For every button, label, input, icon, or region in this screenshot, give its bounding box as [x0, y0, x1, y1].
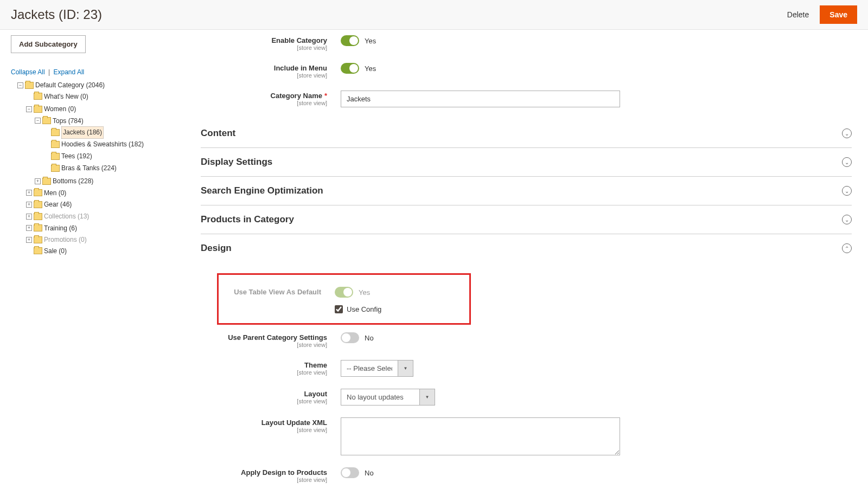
accordion-design: Design ⌃ Use Table View As Default Yes — [201, 234, 852, 500]
dropdown-arrow-icon[interactable] — [398, 360, 413, 377]
folder-icon — [34, 213, 42, 220]
folder-icon — [51, 141, 60, 148]
accordion-display-settings: Display Settings ⌄ — [201, 148, 852, 177]
tree-toggle-icon[interactable]: + — [26, 190, 32, 196]
tree-toggle-icon[interactable]: + — [26, 225, 32, 231]
use-table-view-toggle — [335, 287, 353, 298]
section-title: Content — [201, 128, 235, 139]
add-subcategory-button[interactable]: Add Subcategory — [11, 35, 86, 53]
tree-node-tees[interactable]: Tees (192) — [61, 151, 92, 162]
separator: | — [48, 68, 50, 76]
tree-node-collections[interactable]: Collections (13) — [44, 211, 89, 222]
folder-icon — [25, 82, 34, 89]
accordion-head-display-settings[interactable]: Display Settings ⌄ — [201, 148, 852, 176]
include-in-menu-value: Yes — [365, 65, 376, 73]
include-in-menu-toggle[interactable] — [341, 63, 359, 74]
sidebar: Add Subcategory Collapse All | Expand Al… — [11, 35, 195, 500]
apply-design-label: Apply Design to Products — [201, 468, 327, 477]
folder-icon — [34, 236, 42, 243]
tree-toggle-icon[interactable]: + — [26, 202, 32, 208]
tree-node-men[interactable]: Men (0) — [44, 188, 66, 198]
layout-xml-textarea[interactable] — [341, 417, 620, 455]
accordion-head-seo[interactable]: Search Engine Optimization ⌄ — [201, 177, 852, 205]
category-tree: − Default Category (2046) What's New (0)… — [11, 79, 195, 258]
use-config-checkbox-wrap[interactable]: Use Config — [335, 305, 381, 313]
accordion-head-design[interactable]: Design ⌃ — [201, 234, 852, 262]
dropdown-arrow-icon[interactable] — [420, 389, 435, 406]
folder-icon — [51, 129, 60, 136]
tree-node-tops[interactable]: Tops (784) — [53, 115, 84, 126]
layout-select[interactable]: No layout updates — [341, 389, 420, 406]
tree-node-jackets[interactable]: Jackets (186) — [61, 126, 104, 138]
category-name-input[interactable] — [341, 91, 620, 107]
expand-all-link[interactable]: Expand All — [54, 68, 85, 76]
theme-label: Theme — [201, 361, 327, 369]
accordion-content: Content ⌄ — [201, 119, 852, 148]
folder-icon — [34, 106, 42, 113]
section-title: Search Engine Optimization — [201, 185, 323, 196]
tree-node-gear[interactable]: Gear (46) — [44, 199, 72, 210]
tree-toggle-icon[interactable]: + — [26, 214, 32, 220]
tree-controls: Collapse All | Expand All — [11, 68, 195, 76]
accordion-head-content[interactable]: Content ⌄ — [201, 119, 852, 147]
category-name-label: Category Name* — [201, 92, 327, 100]
use-config-label: Use Config — [347, 305, 381, 313]
delete-link[interactable]: Delete — [787, 10, 809, 19]
tree-node-hoodies[interactable]: Hoodies & Sweatshirts (182) — [61, 139, 144, 150]
section-title: Products in Category — [201, 214, 294, 225]
scope-label: [store view] — [201, 477, 327, 483]
folder-icon — [51, 165, 60, 172]
tree-toggle-icon[interactable]: − — [26, 106, 32, 112]
scope-label: [store view] — [201, 398, 327, 404]
accordion-head-products[interactable]: Products in Category ⌄ — [201, 205, 852, 234]
chevron-down-icon: ⌄ — [842, 186, 852, 196]
tree-node-whats-new[interactable]: What's New (0) — [44, 91, 88, 102]
tree-node-bras[interactable]: Bras & Tanks (224) — [61, 163, 117, 173]
use-table-view-value: Yes — [359, 288, 370, 297]
folder-icon — [42, 178, 51, 185]
folder-icon — [42, 117, 51, 124]
folder-icon — [34, 247, 42, 254]
tree-node-default-category[interactable]: Default Category (2046) — [35, 80, 105, 91]
accordion-body-design: Use Table View As Default Yes Use Co — [201, 262, 852, 500]
folder-icon — [34, 189, 42, 196]
scope-label: [store view] — [201, 44, 327, 51]
chevron-up-icon: ⌃ — [842, 243, 852, 253]
use-parent-label: Use Parent Category Settings — [201, 333, 327, 342]
apply-design-toggle[interactable] — [341, 467, 359, 478]
collapse-all-link[interactable]: Collapse All — [11, 68, 45, 76]
tree-toggle-icon[interactable]: − — [35, 118, 41, 124]
include-in-menu-label: Include in Menu — [201, 64, 327, 72]
content-area: Enable Category [store view] Yes Include… — [201, 35, 857, 500]
layout-xml-label: Layout Update XML — [201, 419, 327, 427]
folder-icon — [51, 153, 60, 160]
accordion-seo: Search Engine Optimization ⌄ — [201, 177, 852, 205]
use-config-checkbox[interactable] — [335, 305, 343, 313]
folder-icon — [34, 224, 42, 231]
tree-node-bottoms[interactable]: Bottoms (228) — [53, 176, 93, 186]
tree-toggle-icon[interactable]: + — [26, 237, 32, 243]
scope-label: [store view] — [201, 369, 327, 376]
layout-label: Layout — [201, 390, 327, 398]
apply-design-value: No — [365, 469, 374, 477]
enable-category-value: Yes — [365, 37, 376, 45]
page-header: Jackets (ID: 23) Delete Save — [0, 0, 868, 30]
tree-node-sale[interactable]: Sale (0) — [44, 246, 67, 256]
tree-node-promotions[interactable]: Promotions (0) — [44, 234, 87, 245]
tree-node-training[interactable]: Training (6) — [44, 223, 77, 234]
tree-node-women[interactable]: Women (0) — [44, 104, 76, 114]
enable-category-toggle[interactable] — [341, 35, 359, 46]
scope-label: [store view] — [201, 427, 327, 433]
folder-icon — [34, 201, 42, 208]
use-parent-value: No — [365, 334, 374, 342]
theme-select[interactable]: -- Please Select -- — [341, 360, 398, 377]
section-title: Display Settings — [201, 157, 272, 168]
accordion-products: Products in Category ⌄ — [201, 205, 852, 234]
scope-label: [store view] — [201, 100, 327, 106]
save-button[interactable]: Save — [820, 5, 857, 24]
use-parent-toggle[interactable] — [341, 332, 359, 343]
use-table-view-label: Use Table View As Default — [219, 288, 321, 296]
tree-toggle-icon[interactable]: + — [35, 178, 41, 184]
tree-toggle-icon[interactable]: − — [17, 82, 23, 88]
chevron-down-icon: ⌄ — [842, 128, 852, 138]
